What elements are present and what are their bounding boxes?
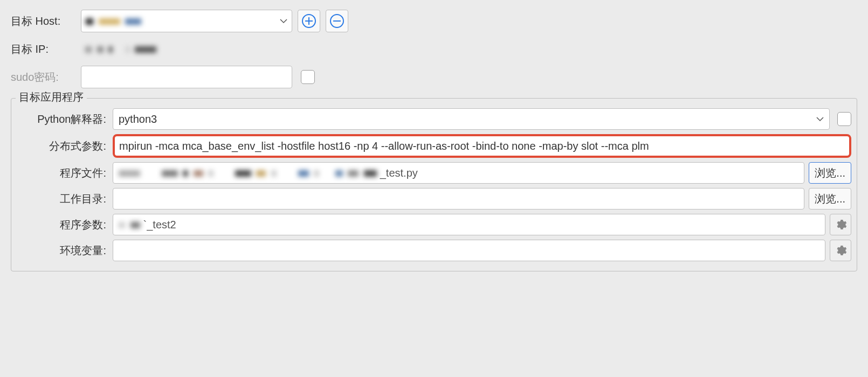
- chevron-down-icon: [280, 18, 287, 24]
- minus-icon: [329, 13, 345, 29]
- env-vars-input[interactable]: [113, 240, 825, 261]
- fieldset-legend: 目标应用程序: [16, 90, 87, 104]
- target-host-label: 目标 Host:: [11, 14, 75, 29]
- chevron-down-icon: [816, 116, 824, 122]
- target-application-fieldset: 目标应用程序 Python解释器: python3 分布式参数: mpirun …: [11, 98, 857, 271]
- remove-host-button[interactable]: [326, 10, 348, 32]
- python-interpreter-value: python3: [119, 113, 157, 125]
- program-args-input[interactable]: `_test2: [113, 214, 825, 235]
- program-args-label: 程序参数:: [17, 218, 108, 232]
- program-file-value-blurred: [119, 167, 379, 179]
- working-dir-browse-button[interactable]: 浏览...: [809, 188, 851, 210]
- env-vars-label: 环境变量:: [17, 243, 108, 258]
- python-interpreter-checkbox[interactable]: [837, 112, 851, 126]
- plus-icon: [301, 13, 317, 29]
- working-dir-input[interactable]: [113, 188, 804, 210]
- program-args-suffix: _test2: [147, 219, 176, 231]
- sudo-password-label: sudo密码:: [11, 70, 75, 85]
- env-vars-settings-button[interactable]: [830, 240, 851, 261]
- working-dir-label: 工作目录:: [17, 192, 108, 206]
- python-interpreter-combo[interactable]: python3: [113, 108, 830, 130]
- program-file-browse-button[interactable]: 浏览...: [809, 162, 851, 184]
- python-interpreter-label: Python解释器:: [17, 112, 108, 127]
- distributed-args-label: 分布式参数:: [17, 139, 108, 153]
- program-file-label: 程序文件:: [17, 166, 108, 180]
- gear-icon: [834, 244, 847, 257]
- target-host-combo[interactable]: [81, 10, 292, 32]
- browse-label: 浏览...: [815, 192, 845, 206]
- program-args-settings-button[interactable]: [830, 214, 851, 235]
- target-host-value: [86, 15, 143, 27]
- program-file-suffix: _test.py: [380, 167, 418, 179]
- program-file-input[interactable]: _test.py: [113, 162, 804, 184]
- sudo-password-input[interactable]: [81, 66, 292, 88]
- program-args-value-blurred: [119, 219, 142, 231]
- distributed-args-value: mpirun -mca mca_base_env_list -hostfile …: [119, 140, 649, 152]
- distributed-args-input[interactable]: mpirun -mca mca_base_env_list -hostfile …: [113, 134, 851, 158]
- target-ip-label: 目标 IP:: [11, 42, 75, 57]
- add-host-button[interactable]: [298, 10, 320, 32]
- sudo-checkbox[interactable]: [301, 70, 315, 84]
- gear-icon: [834, 218, 847, 231]
- target-ip-value: [81, 38, 292, 60]
- browse-label: 浏览...: [815, 166, 845, 180]
